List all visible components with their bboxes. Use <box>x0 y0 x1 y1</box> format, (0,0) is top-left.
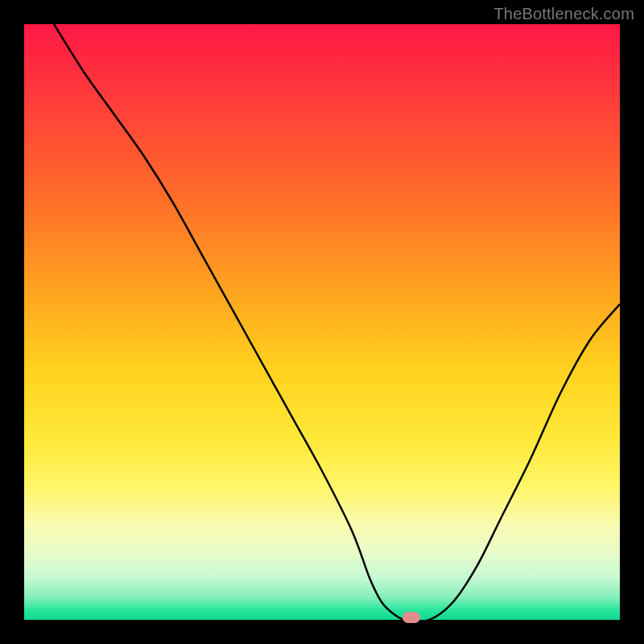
curve-svg <box>24 24 620 620</box>
optimal-marker <box>402 612 420 623</box>
watermark-text: TheBottleneck.com <box>493 5 634 23</box>
chart-container: TheBottleneck.com <box>0 0 644 644</box>
bottleneck-curve <box>54 24 620 620</box>
plot-area <box>24 24 620 620</box>
